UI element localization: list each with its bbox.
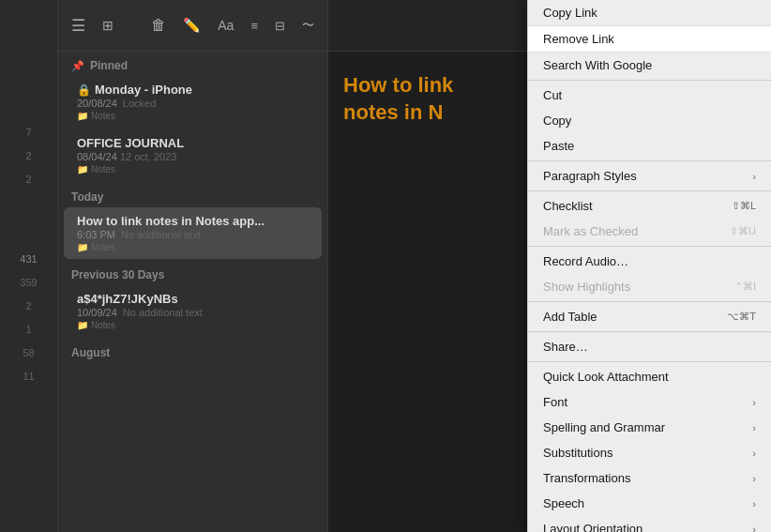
menu-label: Speech	[543, 496, 584, 510]
menu-divider-7	[528, 361, 771, 362]
chevron-right-icon: ›	[752, 524, 756, 533]
table-icon[interactable]: ⊟	[275, 19, 285, 33]
main-content: How to link notes in N	[328, 0, 527, 532]
note-item-password[interactable]: a$4*jhZ7!JKyNBs 10/09/24No additional te…	[64, 285, 322, 337]
menu-label: Substitutions	[543, 446, 612, 460]
today-section-header: Today	[58, 183, 327, 205]
menu-item-record-audio[interactable]: Record Audio…	[528, 249, 771, 274]
menu-label: Record Audio…	[543, 254, 628, 268]
menu-item-search-google[interactable]: Search With Google	[528, 53, 771, 78]
menu-divider-2	[528, 160, 771, 161]
menu-divider-6	[528, 331, 771, 332]
menu-divider-1	[528, 80, 771, 81]
note-meta: 08/04/24 12 oct, 2023	[77, 151, 309, 162]
pinned-label: Pinned	[90, 59, 128, 72]
menu-label: Show Highlights	[543, 280, 630, 294]
grid-view-icon[interactable]: ⊞	[102, 18, 113, 33]
format-icon[interactable]: Aa	[218, 18, 234, 33]
context-menu: Copy Link Remove Link Search With Google…	[527, 0, 771, 532]
pinned-section: 📌 Pinned	[58, 52, 327, 74]
menu-item-checklist[interactable]: Checklist ⇧⌘L	[528, 193, 771, 219]
menu-item-cut[interactable]: Cut	[528, 83, 771, 108]
menu-label: Spelling and Grammar	[543, 420, 665, 434]
chevron-right-icon: ›	[752, 498, 756, 509]
sidebar-count-6: 2	[25, 300, 31, 312]
sidebar-count-3: 2	[25, 174, 31, 185]
menu-item-remove-link[interactable]: Remove Link	[528, 25, 771, 53]
shortcut: ⌥⌘T	[727, 311, 756, 323]
menu-label: Mark as Checked	[543, 224, 638, 238]
menu-label: Font	[543, 395, 567, 409]
chevron-right-icon: ›	[752, 473, 756, 484]
menu-label: Transformations	[543, 471, 630, 485]
audio-icon[interactable]: 〜	[302, 17, 314, 34]
notes-panel: ☰ ⊞ 🗑 ✏️ Aa ≡ ⊟ 〜 📌 Pinned 🔒 Monday - iP…	[58, 0, 328, 532]
chevron-right-icon: ›	[752, 171, 756, 182]
menu-item-copy-link[interactable]: Copy Link	[528, 0, 771, 25]
menu-divider-4	[528, 246, 771, 247]
menu-label: Paragraph Styles	[543, 169, 637, 183]
note-heading: How to link notes in N	[343, 72, 512, 126]
august-section-header: August	[58, 339, 327, 361]
main-toolbar	[328, 0, 527, 52]
menu-label: Search With Google	[543, 58, 652, 72]
note-title: How to link notes in Notes app...	[77, 214, 309, 228]
menu-item-show-highlights: Show Highlights ⌃⌘I	[528, 274, 771, 299]
menu-label: Cut	[543, 88, 562, 102]
indent-icon[interactable]: ≡	[250, 19, 258, 33]
prev30-section-header: Previous 30 Days	[58, 261, 327, 283]
menu-label: Checklist	[543, 199, 593, 213]
menu-item-copy[interactable]: Copy	[528, 108, 771, 133]
menu-label: Paste	[543, 139, 574, 153]
menu-item-substitutions[interactable]: Substitutions ›	[528, 440, 771, 465]
pin-icon: 📌	[71, 60, 84, 72]
menu-item-font[interactable]: Font ›	[528, 389, 771, 415]
menu-divider-3	[528, 190, 771, 191]
chevron-right-icon: ›	[752, 422, 756, 433]
sidebar-count-8: 58	[23, 347, 34, 358]
sidebar-count-9: 11	[23, 371, 34, 382]
chevron-right-icon: ›	[752, 397, 756, 408]
notes-list: 📌 Pinned 🔒 Monday - iPhone 20/08/24 Lock…	[58, 52, 327, 532]
sidebar-count-1: 7	[25, 127, 31, 138]
menu-label: Share…	[543, 340, 588, 354]
menu-label: Add Table	[543, 310, 597, 324]
menu-item-spelling[interactable]: Spelling and Grammar ›	[528, 415, 771, 440]
menu-label: Copy	[543, 114, 571, 128]
menu-item-add-table[interactable]: Add Table ⌥⌘T	[528, 304, 771, 329]
menu-item-quick-look[interactable]: Quick Look Attachment	[528, 364, 771, 389]
note-folder: 📁Notes	[77, 320, 309, 330]
menu-item-paste[interactable]: Paste	[528, 133, 771, 159]
menu-divider-5	[528, 301, 771, 302]
note-title: Monday - iPhone	[95, 83, 192, 97]
note-folder: 📁Notes	[77, 164, 309, 175]
menu-item-mark-checked: Mark as Checked ⇧⌘U	[528, 219, 771, 244]
menu-item-speech[interactable]: Speech ›	[528, 491, 771, 516]
delete-icon[interactable]: 🗑	[151, 17, 166, 34]
sidebar-count-5: 359	[20, 277, 37, 288]
note-folder: 📁Notes	[77, 111, 309, 121]
compose-icon[interactable]: ✏️	[183, 17, 201, 34]
list-view-icon[interactable]: ☰	[71, 16, 85, 36]
shortcut: ⇧⌘L	[732, 200, 756, 212]
note-folder: 📁Notes	[77, 242, 309, 252]
menu-item-transformations[interactable]: Transformations ›	[528, 465, 771, 491]
menu-item-paragraph-styles[interactable]: Paragraph Styles ›	[528, 163, 771, 189]
menu-label: Quick Look Attachment	[543, 370, 669, 384]
sidebar-count-7: 1	[25, 324, 31, 335]
note-title: OFFICE JOURNAL	[77, 136, 309, 150]
note-item-selected[interactable]: How to link notes in Notes app... 6:03 P…	[64, 207, 322, 259]
menu-label: Layout Orientation	[543, 522, 642, 532]
menu-item-share[interactable]: Share…	[528, 334, 771, 359]
shortcut: ⌃⌘I	[734, 281, 756, 293]
sidebar-count-4: 431	[20, 253, 37, 265]
note-item-monday[interactable]: 🔒 Monday - iPhone 20/08/24 Locked 📁Notes	[64, 76, 322, 128]
note-meta: 6:03 PMNo additional text	[77, 229, 309, 240]
menu-label: Remove Link	[543, 32, 614, 46]
note-item-journal[interactable]: OFFICE JOURNAL 08/04/24 12 oct, 2023 📁No…	[64, 129, 322, 181]
shortcut: ⇧⌘U	[730, 225, 756, 237]
menu-item-layout[interactable]: Layout Orientation ›	[528, 516, 771, 532]
note-meta: 10/09/24No additional text	[77, 307, 309, 318]
note-meta: 20/08/24 Locked	[77, 98, 309, 109]
main-body: How to link notes in N	[328, 52, 527, 146]
